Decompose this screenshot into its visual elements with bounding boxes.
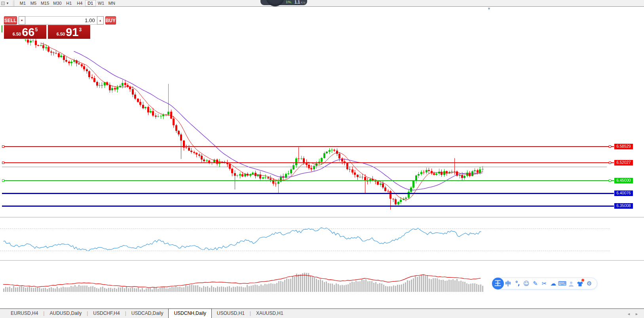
toolbar-grip-handle[interactable] (13, 1, 15, 6)
chevron-down-icon[interactable]: ▼ (6, 2, 9, 5)
tabs-container: EURUSD,H4|AUDUSD,Daily|USDCHF,H4|USDCAD,… (6, 309, 289, 318)
settings-icon[interactable]: ⚙ (585, 278, 594, 289)
sell-button[interactable]: SELL (4, 16, 17, 25)
volume-stepper: ▼ ▲ (19, 16, 104, 25)
horizontal-price-line[interactable] (2, 162, 614, 163)
scissors-icon[interactable]: ✂ (540, 278, 549, 289)
emoji-icon[interactable]: ☺ (522, 278, 531, 289)
buy-price-big: 91 (66, 27, 78, 38)
line-anchor-marker[interactable] (609, 145, 611, 148)
horizontal-price-line[interactable] (2, 146, 614, 147)
ime-logo-icon[interactable]: 王 (492, 278, 504, 289)
ime-toolbar: 王中°,☺✎✂☁⌨⚙ (492, 278, 597, 289)
line-anchor-marker[interactable] (2, 145, 4, 148)
keyboard-icon[interactable]: ⌨ (558, 278, 567, 289)
timeframe-m5[interactable]: M5 (28, 0, 39, 6)
download-speed-value: 1.1 (294, 0, 300, 4)
indicator-level-line (0, 229, 610, 229)
tab-eurusd-h4[interactable]: EURUSD,H4 (6, 309, 43, 318)
punctuation-icon[interactable]: °, (513, 278, 522, 289)
chart-type-icon[interactable] (1, 2, 5, 5)
bid-price-line (2, 167, 607, 167)
tab-usdchf-h4[interactable]: USDCHF,H4 (88, 309, 125, 318)
pane-divider[interactable] (0, 217, 644, 217)
tab-scroll-left-icon[interactable]: ◄ (627, 312, 631, 316)
timeframe-d1[interactable]: D1 (85, 0, 96, 6)
timeframe-group: M1M5M15M30H1H4D1W1MN (17, 0, 117, 6)
volume-input[interactable] (25, 16, 97, 25)
timeframe-h1[interactable]: H1 (64, 0, 74, 6)
chinese-mode-icon[interactable]: 中 (504, 278, 513, 289)
one-click-trade-panel: SELL ▼ ▲ BUY 6.50 66 5 6.50 91 3 (4, 16, 90, 39)
tab-scroll-right-icon[interactable]: ► (635, 312, 638, 316)
notification-dot (581, 279, 584, 282)
price-line-label: 6.45000 (614, 178, 633, 183)
skin-icon[interactable] (576, 278, 585, 289)
price-line-label: 6.40076 (614, 190, 633, 196)
toolbar-left-fragment: ▼ (0, 0, 17, 6)
download-arrow-icon: ↓ (291, 0, 293, 4)
buy-price-prefix: 6.50 (57, 32, 65, 36)
tab-audusd-daily[interactable]: AUDUSD,Daily (44, 309, 87, 318)
tab-usdcad-daily[interactable]: USDCAD,Daily (126, 309, 169, 318)
timeframe-mn[interactable]: MN (106, 0, 117, 6)
price-chart-canvas (0, 0, 644, 318)
line-anchor-marker[interactable] (609, 162, 611, 164)
horizontal-price-line[interactable] (2, 180, 614, 181)
tab-xauusd-h1[interactable]: XAUUSD,H1 (251, 309, 289, 318)
buy-price-quote[interactable]: 6.50 91 3 (48, 25, 90, 39)
trading-platform-window: ▼ M1M5M15M30H1H4D1W1MN 1% ↓ 1.1 K/s ▼ SE… (0, 0, 644, 318)
net-speed-overlay[interactable]: 1% ↓ 1.1 K/s (260, 0, 307, 5)
price-line-label: 6.52027 (614, 160, 633, 166)
pen-icon[interactable]: ✎ (531, 278, 540, 289)
symbol-tab-bar: EURUSD,H4|AUDUSD,Daily|USDCHF,H4|USDCAD,… (0, 308, 644, 318)
timeframe-toolbar: ▼ M1M5M15M30H1H4D1W1MN (0, 0, 644, 7)
horizontal-price-line[interactable] (2, 193, 614, 194)
buy-price-pip: 3 (79, 27, 82, 32)
volume-increase-button[interactable]: ▲ (97, 16, 104, 25)
line-anchor-marker[interactable] (609, 179, 611, 182)
timeframe-h4[interactable]: H4 (74, 0, 85, 6)
line-anchor-marker[interactable] (2, 162, 4, 164)
left-edge-candle-fragment (2, 25, 2, 32)
price-line-label: 6.58529 (614, 144, 633, 149)
timeframe-m30[interactable]: M30 (51, 0, 63, 6)
profile-icon[interactable] (567, 278, 576, 289)
tab-usousd-h1[interactable]: USOUSD,H1 (212, 309, 250, 318)
tab-usdcnh-daily[interactable]: USDCNH,Daily (168, 308, 211, 318)
pane-divider[interactable] (0, 260, 644, 261)
panel-collapse-arrow[interactable]: ▼ (487, 7, 491, 11)
timeframe-w1[interactable]: W1 (96, 0, 106, 6)
horizontal-price-line[interactable] (2, 206, 614, 207)
timeframe-m15[interactable]: M15 (39, 0, 51, 6)
sell-price-big: 66 (22, 27, 34, 38)
price-line-label: 6.35008 (614, 203, 633, 209)
indicator-level-line (0, 251, 610, 251)
volume-decrease-button[interactable]: ▼ (19, 16, 25, 25)
download-speed-unit: K/s (301, 1, 306, 4)
cloud-icon[interactable]: ☁ (549, 278, 558, 289)
buy-button[interactable]: BUY (105, 16, 116, 25)
sell-price-quote[interactable]: 6.50 66 5 (4, 25, 46, 39)
sell-price-pip: 5 (35, 27, 38, 32)
timeframe-m1[interactable]: M1 (17, 0, 28, 6)
line-anchor-marker[interactable] (2, 179, 4, 182)
sell-price-prefix: 6.50 (13, 32, 21, 36)
